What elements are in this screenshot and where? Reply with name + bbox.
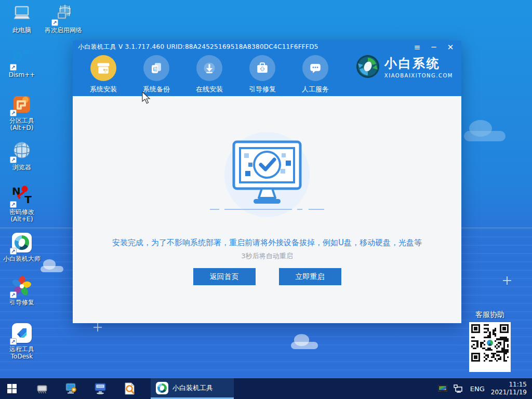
- tab-system-install[interactable]: 系统安装: [90, 55, 117, 94]
- clock-time: 11:15: [491, 381, 527, 389]
- install-complete-illustration: [205, 130, 329, 224]
- desktop-icon-this-pc[interactable]: 此电脑: [0, 3, 44, 34]
- desktop-icon-browser[interactable]: ↗ 浏览器: [0, 140, 44, 171]
- desktop-icon-label: 远程工具ToDesk: [9, 345, 34, 360]
- tab-label: 人工服务: [302, 85, 329, 94]
- system-tray: ENG 11:15 2021/11/19: [438, 378, 532, 399]
- mouse-cursor: [141, 91, 152, 105]
- qr-code: [471, 324, 509, 362]
- desktop-icon-todesk[interactable]: ↗ 远程工具ToDesk: [0, 322, 44, 360]
- taskbar-log-viewer[interactable]: [117, 378, 141, 399]
- brand-name: 小白系统: [384, 55, 453, 72]
- brand-logo: 小白系统 XIAOBAIXITONG.COM: [356, 55, 453, 78]
- chip-icon: [35, 382, 49, 395]
- cloud: [464, 131, 506, 141]
- shortcut-arrow-icon: ↗: [10, 248, 17, 255]
- tab-bar: 系统安装 系统备份: [90, 55, 329, 94]
- tab-human-support[interactable]: 人工服务: [302, 55, 329, 94]
- browser-globe-icon: ↗: [11, 140, 33, 162]
- shortcut-arrow-icon: ↗: [10, 291, 17, 298]
- start-button[interactable]: [0, 378, 24, 399]
- completion-message: 安装完成，为了不影响系统部署，重启前请将外接设备拔掉，例如U盘，移动硬盘，光盘等: [73, 238, 461, 248]
- desktop-icon-boot-repair[interactable]: ↗ 引导修复: [0, 275, 44, 306]
- close-icon[interactable]: ✕: [445, 43, 456, 52]
- clock-date: 2021/11/19: [491, 389, 527, 396]
- repair-kit-icon: [249, 55, 275, 81]
- qr-finder: [500, 324, 509, 333]
- support-label: 客服协助: [469, 310, 511, 320]
- desktop-icon-label: 此电脑: [12, 26, 31, 34]
- qr-finder: [471, 353, 480, 362]
- xiaobai-app-icon: ↗: [11, 232, 33, 254]
- taskbar-active-task[interactable]: 小白装机工具: [151, 378, 234, 399]
- shortcut-arrow-icon: ↗: [10, 338, 17, 345]
- tab-label: 在线安装: [196, 85, 223, 94]
- tab-boot-repair[interactable]: 引导修复: [249, 55, 276, 94]
- desktop-icon-password-reset[interactable]: N T ↗ 密码修改(Alt+E): [0, 185, 44, 223]
- pinwheel-icon: ↗: [11, 275, 33, 297]
- desktop-icon-label: 密码修改(Alt+E): [9, 208, 34, 223]
- sparkle: [503, 276, 511, 285]
- desktop-icon-label: 浏览器: [12, 164, 31, 171]
- restart-now-button[interactable]: 立即重启: [279, 268, 341, 285]
- language-indicator[interactable]: ENG: [470, 385, 485, 393]
- taskbar-clock[interactable]: 11:15 2021/11/19: [491, 381, 527, 396]
- taskbar-display-tool[interactable]: [59, 378, 83, 399]
- onscreen-keyboard-icon: [94, 382, 107, 395]
- desktop-background: 此电脑 ↗ 再次启用网络 ⚙ ⚙ ↗ Dism++: [0, 0, 532, 399]
- desktop-icon-label: 分区工具(Alt+D): [9, 117, 34, 131]
- desktop-icon-dism[interactable]: ⚙ ⚙ ↗ Dism++: [0, 48, 44, 78]
- tab-system-backup[interactable]: 系统备份: [143, 55, 170, 94]
- search-document-icon: [123, 382, 136, 395]
- desktop-icon-label: Dism++: [9, 71, 35, 78]
- gears-icon: ⚙ ⚙ ↗: [11, 48, 33, 70]
- cloud: [41, 266, 63, 272]
- chat-bubble-icon: [302, 55, 328, 81]
- desktop-icon-label: 引导修复: [9, 299, 34, 306]
- network-globe-icon: ↗: [52, 3, 74, 25]
- window-header: 小白装机工具 V 3.1.717.460 URID:88A24525169518…: [73, 41, 461, 96]
- window-title: 小白装机工具 V 3.1.717.460 URID:88A24525169518…: [78, 43, 318, 51]
- qr-finder: [471, 324, 480, 333]
- desktop-icon-partition-tool[interactable]: ↗ 分区工具(Alt+D): [0, 94, 44, 131]
- windows-logo-icon: [7, 384, 17, 393]
- xiaobai-logo-icon: [356, 55, 380, 78]
- shortcut-arrow-icon: ↗: [10, 156, 17, 163]
- minimize-icon[interactable]: ─: [428, 43, 440, 52]
- shortcut-arrow-icon: ↗: [51, 19, 58, 26]
- tab-label: 引导修复: [249, 85, 276, 94]
- cloud: [291, 342, 318, 349]
- tab-online-install[interactable]: 在线安装: [196, 55, 223, 94]
- taskbar-cpu-tool[interactable]: [30, 378, 54, 399]
- network-tray-icon[interactable]: [454, 384, 464, 393]
- active-task-label: 小白装机工具: [172, 383, 213, 393]
- desktop-icon-label: 再次启用网络: [45, 26, 82, 34]
- partition-tool-icon: ↗: [11, 94, 33, 115]
- countdown-text: 3秒后将自动重启: [73, 251, 461, 261]
- back-home-button[interactable]: 返回首页: [193, 268, 256, 285]
- backup-windows-icon: [143, 55, 169, 81]
- shortcut-arrow-icon: ↗: [10, 201, 17, 208]
- installer-window: 小白装机工具 V 3.1.717.460 URID:88A24525169518…: [73, 41, 461, 323]
- tab-label: 系统安装: [90, 85, 117, 94]
- sparkle: [94, 323, 102, 331]
- nt-password-icon: N T ↗: [11, 185, 33, 207]
- menu-icon[interactable]: ≡: [411, 43, 423, 52]
- qr-center-logo-icon: [486, 339, 494, 347]
- window-content: 安装完成，为了不影响系统部署，重启前请将外接设备拔掉，例如U盘，移动硬盘，光盘等…: [73, 96, 461, 323]
- taskbar-osk-tool[interactable]: [88, 378, 112, 399]
- display-settings-tray-icon[interactable]: [438, 385, 447, 393]
- brand-domain: XIAOBAIXITONG.COM: [384, 73, 453, 78]
- monitor-tool-icon: [64, 382, 78, 395]
- xiaobai-task-icon: [156, 382, 168, 394]
- shortcut-arrow-icon: ↗: [10, 64, 17, 71]
- todesk-icon: ↗: [11, 322, 33, 344]
- support-qr-panel: [469, 322, 511, 372]
- titlebar: 小白装机工具 V 3.1.717.460 URID:88A24525169518…: [73, 41, 461, 54]
- desktop-icon-xiaobai-master[interactable]: ↗ 小白装机大师: [0, 232, 44, 262]
- download-icon: [196, 55, 222, 81]
- install-box-icon: [90, 55, 116, 81]
- desktop-icon-enable-network[interactable]: ↗ 再次启用网络: [42, 3, 85, 34]
- computer-icon: [11, 3, 33, 25]
- taskbar: 小白装机工具 ENG 11:15 2021/11/19: [0, 378, 532, 399]
